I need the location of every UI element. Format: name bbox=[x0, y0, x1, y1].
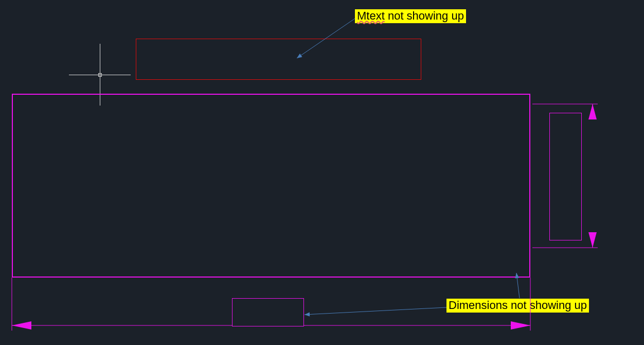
svg-marker-15 bbox=[305, 312, 310, 316]
mtext-bounding-box[interactable] bbox=[136, 39, 421, 80]
svg-marker-5 bbox=[511, 321, 530, 330]
svg-line-14 bbox=[305, 307, 446, 315]
annotation-mtext-label: Mtext not showing up bbox=[355, 9, 466, 23]
annotation-mtext-prefix: Mtext bbox=[357, 9, 385, 22]
drawing-canvas[interactable]: Mtext not showing up Dimensions not show… bbox=[0, 0, 644, 345]
annotation-mtext-rest: not showing up bbox=[385, 9, 464, 22]
annotation-dimensions-label: Dimensions not showing up bbox=[446, 299, 589, 313]
main-rectangle[interactable] bbox=[12, 94, 530, 278]
annotation-dimensions-text: Dimensions not showing up bbox=[449, 299, 587, 312]
dimension-text-box-vertical[interactable] bbox=[549, 113, 582, 240]
svg-marker-10 bbox=[588, 104, 597, 119]
svg-marker-4 bbox=[12, 321, 31, 330]
dimension-text-box-horizontal[interactable] bbox=[232, 298, 304, 326]
svg-marker-11 bbox=[588, 232, 597, 248]
